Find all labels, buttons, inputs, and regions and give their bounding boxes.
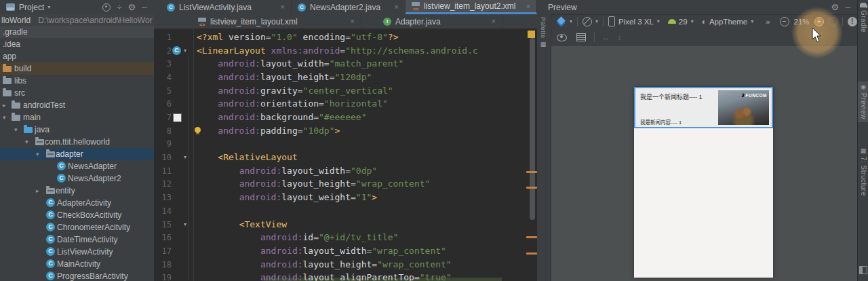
fold-arrow-icon[interactable]: ▾ xyxy=(184,218,186,231)
expand-arrow-icon[interactable]: ▾ xyxy=(25,136,28,148)
horizontal-ruler-icon[interactable]: ↔ xyxy=(602,33,610,41)
editor-tab-listview_item_layout2.xml[interactable]: listview_item_layout2.xml× xyxy=(406,0,537,14)
expand-arrow-icon[interactable]: ▾ xyxy=(3,111,6,124)
code-line-6[interactable]: 6 android:orientation="horizontal" xyxy=(154,97,537,111)
orientation-icon[interactable] xyxy=(583,17,592,26)
code-line-9[interactable]: 9 xyxy=(154,137,537,151)
hide-panel-icon[interactable]: ─ xyxy=(142,3,147,12)
editor-tab-adapter.java[interactable]: IAdapter.java× xyxy=(377,14,502,29)
tree-item-mainactivity[interactable]: CMainActivity xyxy=(0,258,154,270)
tree-item-checkboxacitivity[interactable]: CCheckBoxAcitivity xyxy=(0,209,154,221)
fold-arrow-icon[interactable]: ▾ xyxy=(184,44,186,58)
tree-item-datetimeactivity[interactable]: CDateTimeActivity xyxy=(0,233,154,246)
collapse-arrow-icon[interactable]: ▸ xyxy=(36,185,39,197)
chevron-down-icon[interactable]: ▾ xyxy=(657,18,660,24)
close-icon[interactable]: × xyxy=(492,18,496,25)
fold-arrow-icon[interactable]: ▾ xyxy=(184,151,186,164)
tree-item-androidtest[interactable]: ▸androidTest xyxy=(0,99,154,111)
tree-item-app[interactable]: app xyxy=(0,50,154,62)
tree-item-java[interactable]: ▾java xyxy=(0,124,154,136)
editor-tab-newsadapter2.java[interactable]: CNewsAdapter2.java× xyxy=(292,0,406,14)
layout-list-icon[interactable] xyxy=(576,33,586,41)
code-line-4[interactable]: 4 android:layout_height="120dp" xyxy=(154,71,537,84)
code-line-19[interactable]: 19 android:layout_alignParentTop="true" xyxy=(154,271,537,281)
view-options-eye-icon[interactable] xyxy=(557,34,567,41)
gradle-tool-button[interactable]: Gradle xyxy=(858,3,868,33)
zoom-in-button[interactable]: + xyxy=(814,17,824,26)
editor-scrollbar[interactable] xyxy=(530,38,535,220)
api-level-selector[interactable]: 29 xyxy=(679,18,688,26)
code-line-13[interactable]: 13 android:layout_weight="1"> xyxy=(154,191,537,204)
editor-tab-listview_item_layout.xml[interactable]: listview_item_layout.xml× xyxy=(192,14,361,29)
expand-arrow-icon[interactable]: ▾ xyxy=(14,124,18,136)
chevron-down-icon[interactable]: ▾ xyxy=(691,18,694,24)
code-line-7[interactable]: 7 android:background="#eeeeee" xyxy=(154,111,537,124)
code-line-15[interactable]: 15▾ <TextView xyxy=(154,218,537,231)
chevron-down-icon[interactable]: ▾ xyxy=(47,4,50,10)
vertical-ruler-icon[interactable]: ↕ xyxy=(618,33,622,41)
project-panel-title[interactable]: Project xyxy=(19,3,44,12)
change-marker xyxy=(526,171,537,173)
window-layout-icon[interactable] xyxy=(859,266,867,274)
code-line-16[interactable]: 16 android:id="@+id/tv_title" xyxy=(154,231,537,244)
tree-item-adapter[interactable]: ▾adapter xyxy=(0,148,154,160)
tree-item-chronometeracitvity[interactable]: CChronometerAcitvity xyxy=(0,221,154,233)
code-line-18[interactable]: 18 android:layout_height="wrap_content" xyxy=(154,258,537,271)
tree-item--gradle[interactable]: .gradle xyxy=(0,26,154,38)
tree-item-newsadapter[interactable]: CNewsAdapter xyxy=(0,160,154,172)
structure-tool-button[interactable]: ▦ 7: Structure xyxy=(858,148,868,196)
code-line-12[interactable]: 12 android:layout_height="wrap_content" xyxy=(154,177,537,191)
expand-arrow-icon[interactable]: ▾ xyxy=(36,148,39,160)
code-line-2[interactable]: 2C▾<LinearLayout xmlns:android="http://s… xyxy=(154,44,537,58)
design-surface-icon[interactable] xyxy=(557,17,566,26)
close-icon[interactable]: × xyxy=(351,18,355,25)
code-line-5[interactable]: 5 android:gravity="center_vertical" xyxy=(154,84,537,98)
device-selector[interactable]: Pixel 3 XL xyxy=(618,18,654,26)
preview-tool-button[interactable]: ◉ Preview xyxy=(858,81,868,122)
tree-item-newsadapter2[interactable]: CNewsAdapter2 xyxy=(0,172,154,185)
zoom-out-button[interactable]: − xyxy=(780,17,789,26)
device-preview-canvas[interactable]: 我是一个新闻标题---- 1 我是新闻内容---- 1 FUNCOM xyxy=(634,87,773,278)
palette-tab[interactable]: Palette ▦ xyxy=(540,17,547,48)
theme-selector[interactable]: AppTheme xyxy=(709,18,747,26)
code-line-8[interactable]: 8 android:padding="10dp"> xyxy=(154,124,537,138)
news-list-item-preview[interactable]: 我是一个新闻标题---- 1 我是新闻内容---- 1 FUNCOM xyxy=(634,87,773,128)
design-surface[interactable]: 我是一个新闻标题---- 1 我是新闻内容---- 1 FUNCOM xyxy=(551,46,857,281)
editor-tab-listviewactivity.java[interactable]: CListViewActivity.java× xyxy=(161,0,292,14)
close-icon[interactable]: × xyxy=(395,3,399,11)
locate-file-icon[interactable] xyxy=(102,3,111,12)
warnings-icon[interactable]: ! xyxy=(848,17,857,26)
tree-item-src[interactable]: src xyxy=(0,87,154,99)
tree-item--idea[interactable]: .idea xyxy=(0,38,154,50)
chevron-down-icon[interactable]: ▾ xyxy=(595,18,598,24)
hide-panel-icon[interactable]: ─ xyxy=(845,3,850,12)
tree-item-com-ttit-helloworld[interactable]: ▾com.ttit.helloworld xyxy=(0,136,154,148)
tree-item-progressbaractivity[interactable]: CProgressBarActivity xyxy=(0,270,154,281)
chevron-down-icon[interactable]: ▾ xyxy=(751,18,753,24)
code-line-11[interactable]: 11 android:layout_width="0dp" xyxy=(154,164,537,178)
tree-item-build[interactable]: build xyxy=(0,62,154,75)
collapse-all-icon[interactable]: ÷ xyxy=(117,4,121,11)
code-line-17[interactable]: 17 android:layout_width="wrap_content" xyxy=(154,244,537,258)
zoom-fit-button[interactable] xyxy=(828,17,837,26)
tree-item-listviewactivity[interactable]: CListViewActivity xyxy=(0,246,154,258)
code-line-3[interactable]: 3 android:layout_width="match_parent" xyxy=(154,57,537,71)
code-line-10[interactable]: 10▾ <RelativeLayout xyxy=(154,151,537,164)
code-editor[interactable]: 1<?xml version="1.0" encoding="utf-8"?>2… xyxy=(154,29,537,281)
gutter-color-swatch[interactable] xyxy=(173,113,182,122)
gear-icon[interactable]: ⚙ xyxy=(831,3,840,12)
code-line-1[interactable]: 1<?xml version="1.0" encoding="utf-8"?> xyxy=(154,31,537,44)
close-icon[interactable]: × xyxy=(281,3,285,11)
tree-item-main[interactable]: ▾main xyxy=(0,111,154,124)
gear-icon[interactable]: ⚙ xyxy=(128,3,136,12)
project-root-row[interactable]: lloWorld D:\workspace\android\HelloWor xyxy=(0,14,154,26)
tree-item-entity[interactable]: ▸entity xyxy=(0,185,154,197)
chevron-down-icon[interactable]: ▾ xyxy=(570,18,572,24)
collapse-arrow-icon[interactable]: ▸ xyxy=(3,99,6,111)
close-icon[interactable]: × xyxy=(526,3,530,10)
gutter-class-icon[interactable]: C xyxy=(172,46,181,55)
tree-item-adapteractivity[interactable]: CAdapterActivity xyxy=(0,197,154,209)
tree-item-libs[interactable]: libs xyxy=(0,75,154,87)
code-line-14[interactable]: 14 xyxy=(154,204,537,218)
overflow-chevrons[interactable]: » xyxy=(766,18,770,26)
